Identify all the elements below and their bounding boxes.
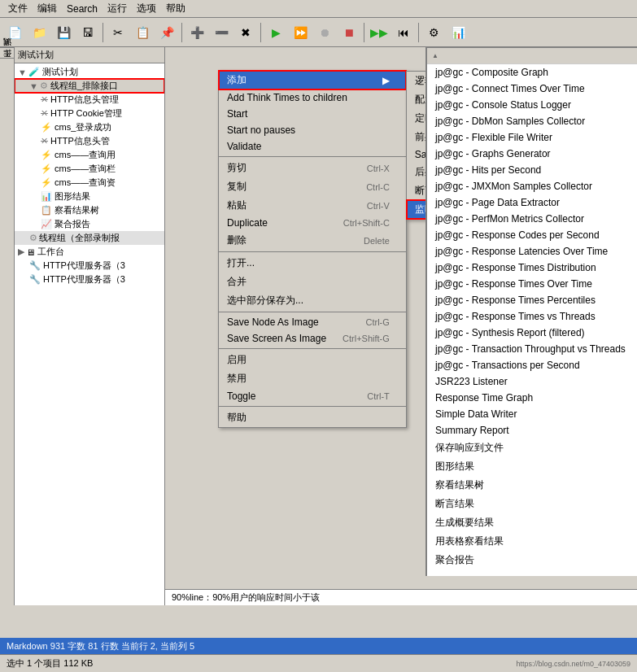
ctx-enable[interactable]: 启用: [219, 351, 406, 369]
menu-file[interactable]: 文件: [3, 0, 33, 17]
tb-paste[interactable]: 📌: [155, 21, 178, 44]
ctx-start-no-pauses[interactable]: Start no pauses: [219, 122, 406, 138]
ctx-save-partial[interactable]: 选中部分保存为...: [219, 291, 406, 310]
tree-item-graph[interactable]: 📊 图形结果: [15, 190, 164, 203]
menu-options[interactable]: 选项: [132, 0, 161, 17]
listener-response-times-over[interactable]: jp@gc - Response Times Over Time: [427, 276, 637, 292]
tree-item-cms-query3[interactable]: ⚡ cms——查询资: [15, 176, 164, 190]
ctx-toggle-label: Toggle: [227, 391, 255, 402]
listener-flexible-file[interactable]: jp@gc - Flexible File Writer: [427, 129, 637, 146]
cms-query2-label: cms——查询栏: [55, 163, 116, 175]
ctx-help[interactable]: 帮助: [219, 408, 406, 427]
listener-transactions-per-sec[interactable]: jp@gc - Transactions per Second: [427, 357, 637, 373]
tb-remote-stop[interactable]: ⏮: [392, 21, 415, 44]
left-tab-1[interactable]: 测试: [0, 47, 14, 58]
listener-graph-results[interactable]: 图形结果: [427, 457, 637, 476]
listener-assertion-results[interactable]: 断言结果: [427, 495, 637, 513]
ctx-delete[interactable]: 删除 Delete: [219, 231, 406, 250]
ctx-cut[interactable]: 剪切 Ctrl-X: [219, 159, 406, 177]
tree-item-thread-group2[interactable]: ⚙ 线程组（全部录制报: [15, 231, 164, 245]
listener-console-status[interactable]: jp@gc - Console Status Logger: [427, 97, 637, 113]
listener-transaction-throughput[interactable]: jp@gc - Transaction Throughput vs Thread…: [427, 341, 637, 357]
listener-response-codes[interactable]: jp@gc - Response Codes per Second: [427, 227, 637, 243]
ctx-add-arrow: ▶: [382, 75, 390, 86]
tb-open[interactable]: 📁: [28, 21, 50, 44]
listener-simple-data-writer[interactable]: Simple Data Writer: [427, 406, 637, 422]
listener-view-results-table[interactable]: 用表格察看结果: [427, 532, 637, 551]
tb-save-as[interactable]: 🖫: [76, 21, 99, 44]
listener-response-times-pct[interactable]: jp@gc - Response Times Percentiles: [427, 292, 637, 308]
ctx-open-label: 打开...: [227, 256, 255, 270]
listener-dbmon[interactable]: jp@gc - DbMon Samples Collector: [427, 113, 637, 129]
tree-item-proxy2[interactable]: 🔧 HTTP代理服务器（3: [15, 273, 164, 286]
ctx-duplicate[interactable]: Duplicate Ctrl+Shift-C: [219, 215, 406, 231]
tree-item-workbench[interactable]: ▶ 🖥 工作台: [15, 245, 164, 259]
tree-item-thread-group[interactable]: ▼ ⚙ 线程组_排除接口: [15, 79, 164, 93]
listener-save-response[interactable]: 保存响应到文件: [427, 439, 637, 457]
tree-item-cms-query2[interactable]: ⚡ cms——查询栏: [15, 162, 164, 176]
tb-stop[interactable]: ⏺: [313, 21, 336, 44]
tree-item-root[interactable]: ▼ 🧪 测试计划: [15, 65, 164, 79]
tb-stop-now[interactable]: ⏹: [338, 21, 360, 44]
tree-header: 测试计划: [15, 47, 164, 63]
listener-perfmon[interactable]: jp@gc - PerfMon Metrics Collector: [427, 211, 637, 227]
listener-page-data[interactable]: jp@gc - Page Data Extractor: [427, 194, 637, 211]
menu-help[interactable]: 帮助: [161, 0, 190, 17]
listener-response-time-graph[interactable]: Response Time Graph: [427, 390, 637, 406]
ctx-save-node-img[interactable]: Save Node As Image Ctrl-G: [219, 314, 406, 330]
tree-item-view-results[interactable]: 📋 察看结果树: [15, 203, 164, 217]
tb-save[interactable]: 💾: [52, 21, 75, 44]
tb-clear[interactable]: ✖: [234, 21, 257, 44]
tb-new[interactable]: 📄: [3, 21, 26, 44]
listener-hits-per-sec[interactable]: jp@gc - Hits per Second: [427, 162, 637, 178]
ctx-add[interactable]: 添加 ▶: [219, 71, 406, 89]
tb-copy[interactable]: 📋: [131, 21, 154, 44]
listener-jmxmon[interactable]: jp@gc - JMXMon Samples Collector: [427, 178, 637, 194]
ctx-cut-label: 剪切: [227, 161, 247, 175]
tb-log[interactable]: 📊: [447, 21, 469, 44]
listener-graphs-gen[interactable]: jp@gc - Graphs Generator: [427, 146, 637, 162]
ctx-sep-5: [219, 406, 406, 407]
ctx-copy[interactable]: 复制 Ctrl-C: [219, 177, 406, 196]
tb-cut[interactable]: ✂: [107, 21, 129, 44]
listener-view-results-tree[interactable]: 察看结果树: [427, 476, 637, 495]
ctx-merge[interactable]: 合并: [219, 273, 406, 291]
menu-run[interactable]: 运行: [103, 0, 132, 17]
menu-edit[interactable]: 编辑: [33, 0, 62, 17]
tree-item-cms-login[interactable]: ⚡ cms_登录成功: [15, 120, 164, 134]
tree-item-proxy1[interactable]: 🔧 HTTP代理服务器（3: [15, 259, 164, 273]
tree-item-http-header1[interactable]: ✕ HTTP信息头管理: [15, 93, 164, 107]
ctx-sep-4: [219, 348, 406, 349]
tb-add[interactable]: ➕: [185, 21, 208, 44]
listener-jsr223[interactable]: JSR223 Listener: [427, 373, 637, 390]
tree-item-http-cookie[interactable]: ✕ HTTP Cookie管理: [15, 107, 164, 120]
listener-agg-report[interactable]: 聚合报告: [427, 551, 637, 569]
listener-response-times-vs[interactable]: jp@gc - Response Times vs Threads: [427, 308, 637, 325]
tb-remote-start[interactable]: ▶▶: [368, 21, 390, 44]
tree-item-agg-report[interactable]: 📈 聚合报告: [15, 217, 164, 231]
tb-play-no-pause[interactable]: ⏩: [289, 21, 312, 44]
ctx-validate[interactable]: Validate: [219, 138, 406, 155]
listener-summary-report[interactable]: Summary Report: [427, 422, 637, 439]
listener-generate-summary[interactable]: 生成概要结果: [427, 513, 637, 532]
menu-search[interactable]: Search: [62, 2, 103, 16]
tb-settings[interactable]: ⚙: [422, 21, 445, 44]
tb-play[interactable]: ▶: [264, 21, 287, 44]
tb-remove[interactable]: ➖: [210, 21, 233, 44]
left-tab-2[interactable]: 工作: [0, 58, 14, 68]
ctx-disable[interactable]: 禁用: [219, 369, 406, 388]
listener-response-latencies[interactable]: jp@gc - Response Latencies Over Time: [427, 243, 637, 260]
listener-connect-times[interactable]: jp@gc - Connect Times Over Time: [427, 81, 637, 97]
ctx-save-screen-img[interactable]: Save Screen As Image Ctrl+Shift-G: [219, 330, 406, 347]
ctx-toggle[interactable]: Toggle Ctrl-T: [219, 388, 406, 404]
listener-response-times-dist[interactable]: jp@gc - Response Times Distribution: [427, 260, 637, 276]
listener-composite-graph[interactable]: jp@gc - Composite Graph: [427, 64, 637, 81]
tree-item-http-header2[interactable]: ✕ HTTP信息头管: [15, 134, 164, 148]
listener-synthesis-report[interactable]: jp@gc - Synthesis Report (filtered): [427, 325, 637, 341]
ctx-open[interactable]: 打开...: [219, 254, 406, 273]
proxy2-label: HTTP代理服务器（3: [43, 273, 125, 286]
tree-item-cms-query1[interactable]: ⚡ cms——查询用: [15, 148, 164, 162]
ctx-start[interactable]: Start: [219, 106, 406, 122]
ctx-paste[interactable]: 粘贴 Ctrl-V: [219, 196, 406, 215]
ctx-add-think-times[interactable]: Add Think Times to children: [219, 89, 406, 106]
